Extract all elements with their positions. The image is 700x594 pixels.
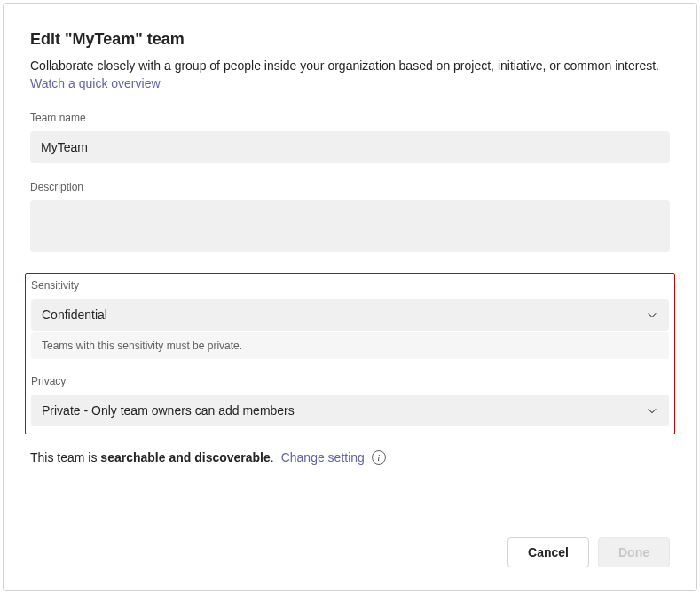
team-name-label: Team name [30,112,670,124]
sensitivity-label: Sensitivity [31,279,669,292]
dialog-footer: Cancel Done [30,537,670,567]
change-setting-link[interactable]: Change setting [281,450,365,465]
dialog-subtitle: Collaborate closely with a group of peop… [30,58,670,92]
dialog-subtitle-text: Collaborate closely with a group of peop… [30,59,659,73]
privacy-value: Private - Only team owners can add membe… [42,403,295,418]
discoverability-status: searchable and discoverable [100,450,270,465]
dialog-title: Edit "MyTeam" team [30,30,670,49]
done-button[interactable]: Done [598,537,670,567]
watch-overview-link[interactable]: Watch a quick overview [30,76,161,90]
privacy-select[interactable]: Private - Only team owners can add membe… [31,395,669,426]
info-icon[interactable]: i [372,450,386,465]
discoverability-prefix: This team is [30,450,100,465]
discoverability-text: This team is searchable and discoverable… [30,450,274,465]
discoverability-row: This team is searchable and discoverable… [30,450,670,465]
team-name-input[interactable] [30,131,670,163]
highlighted-settings-box: Sensitivity Confidential Teams with this… [25,273,675,434]
chevron-down-icon [646,404,658,417]
description-input[interactable] [30,200,670,252]
chevron-down-icon [646,309,658,321]
description-group: Description [30,181,670,255]
privacy-group: Privacy Private - Only team owners can a… [31,375,669,426]
edit-team-dialog: Edit "MyTeam" team Collaborate closely w… [3,3,697,591]
sensitivity-group: Sensitivity Confidential Teams with this… [31,279,669,359]
description-label: Description [30,181,670,193]
cancel-button[interactable]: Cancel [507,537,589,567]
privacy-label: Privacy [31,375,669,387]
sensitivity-select[interactable]: Confidential [31,299,669,331]
sensitivity-value: Confidential [42,308,107,322]
team-name-group: Team name [30,112,670,163]
sensitivity-helper: Teams with this sensitivity must be priv… [31,332,669,359]
discoverability-suffix: . [271,450,274,465]
